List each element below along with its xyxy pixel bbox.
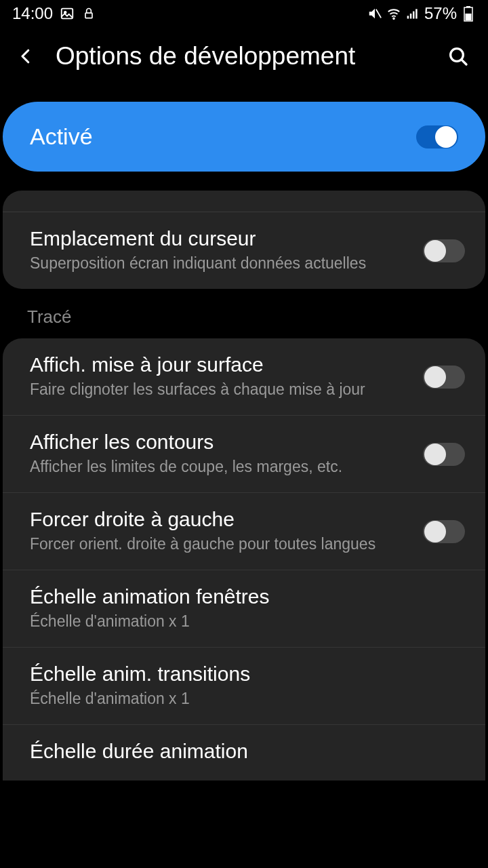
master-toggle-switch[interactable] — [416, 125, 458, 149]
svg-rect-7 — [413, 12, 415, 19]
svg-line-13 — [462, 60, 466, 64]
row-title: Afficher les contours — [30, 431, 409, 454]
row-subtitle: Forcer orient. droite à gauche pour tout… — [30, 534, 409, 555]
svg-point-4 — [393, 18, 394, 19]
image-icon — [60, 6, 75, 21]
row-subtitle: Échelle d'animation x 1 — [30, 611, 465, 632]
lock-icon — [81, 6, 96, 21]
settings-card-2: Affich. mise à jour surface Faire cligno… — [3, 338, 485, 781]
row-title: Échelle animation fenêtres — [30, 585, 465, 608]
row-title: Emplacement du curseur — [30, 227, 409, 250]
svg-rect-11 — [466, 14, 472, 20]
toggle-force-rtl[interactable] — [423, 520, 465, 543]
toggle-layout-bounds[interactable] — [423, 443, 465, 466]
partial-row-top — [3, 191, 485, 212]
row-pointer-location[interactable]: Emplacement du curseur Superposition écr… — [3, 212, 485, 289]
svg-rect-2 — [85, 13, 92, 18]
row-subtitle: Échelle d'animation x 1 — [30, 688, 465, 709]
mute-icon — [367, 6, 382, 21]
page-title: Options de développement — [56, 42, 428, 71]
row-subtitle: Afficher les limites de coupe, les marge… — [30, 456, 409, 477]
svg-rect-8 — [415, 9, 418, 18]
section-header-drawing: Tracé — [0, 289, 488, 338]
row-force-rtl[interactable]: Forcer droite à gauche Forcer orient. dr… — [3, 493, 485, 570]
back-button[interactable] — [12, 43, 39, 70]
row-layout-bounds[interactable]: Afficher les contours Afficher les limit… — [3, 416, 485, 493]
master-toggle-label: Activé — [30, 123, 93, 150]
row-window-animation-scale[interactable]: Échelle animation fenêtres Échelle d'ani… — [3, 570, 485, 648]
row-surface-updates[interactable]: Affich. mise à jour surface Faire cligno… — [3, 338, 485, 416]
row-subtitle: Faire clignoter les surfaces à chaque mi… — [30, 379, 409, 400]
status-bar: 14:00 57% — [0, 0, 488, 26]
toggle-pointer-location[interactable] — [423, 239, 465, 262]
battery-icon — [461, 6, 476, 21]
search-button[interactable] — [445, 43, 472, 70]
row-title: Échelle durée animation — [30, 740, 465, 763]
toggle-surface-updates[interactable] — [423, 366, 465, 389]
signal-icon — [405, 6, 420, 21]
master-toggle-row[interactable]: Activé — [3, 102, 485, 172]
svg-rect-6 — [410, 14, 412, 19]
svg-rect-5 — [407, 16, 409, 18]
row-title: Échelle anim. transitions — [30, 663, 465, 686]
settings-card-1: Emplacement du curseur Superposition écr… — [3, 191, 485, 289]
svg-line-3 — [376, 9, 381, 18]
row-animator-duration-scale[interactable]: Échelle durée animation — [3, 725, 485, 781]
row-transition-animation-scale[interactable]: Échelle anim. transitions Échelle d'anim… — [3, 648, 485, 725]
row-title: Forcer droite à gauche — [30, 508, 409, 531]
page-header: Options de développement — [0, 26, 488, 87]
wifi-icon — [386, 6, 401, 21]
battery-percent: 57% — [424, 4, 457, 23]
clock: 14:00 — [12, 4, 53, 23]
row-subtitle: Superposition écran indiquant données ac… — [30, 253, 409, 274]
row-title: Affich. mise à jour surface — [30, 353, 409, 376]
